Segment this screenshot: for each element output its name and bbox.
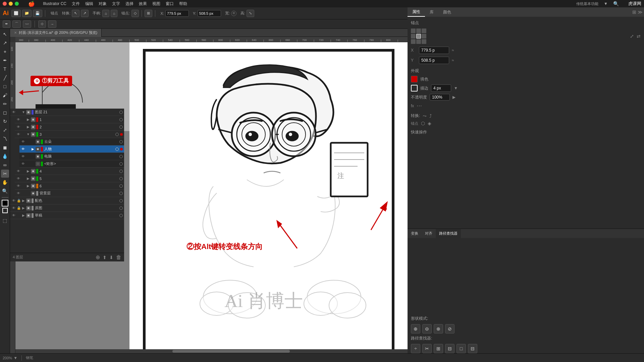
delete-layer-btn[interactable]: 🗑 xyxy=(116,254,121,260)
anchor-grid[interactable] xyxy=(411,28,426,44)
pf-minus-front[interactable]: ⊖ xyxy=(422,324,432,334)
pf-divide[interactable]: ÷ xyxy=(411,344,420,353)
stroke-color-swatch[interactable] xyxy=(411,85,418,92)
sec-btn2[interactable]: ⊹ xyxy=(38,20,46,28)
menu-window[interactable]: 窗口 xyxy=(166,1,174,7)
layer-row-color[interactable]: 👁 🔒 ▶ ▣ 配色 xyxy=(10,197,124,204)
fx-more-btn[interactable]: ⋯ xyxy=(417,103,422,109)
layer-row-original[interactable]: 👁 🔒 ▶ ▣ 原图 xyxy=(10,204,124,212)
layer-circle-cloud[interactable] xyxy=(119,140,123,143)
scale-tool[interactable]: ⤢ xyxy=(1,126,9,134)
pf-intersect[interactable]: ⊗ xyxy=(434,324,443,334)
apple-menu[interactable]: 🍎 xyxy=(28,1,35,7)
prop-tab-library[interactable]: 库 xyxy=(425,8,438,16)
tab-close[interactable]: ✕ xyxy=(14,31,17,35)
layer-circle-original[interactable] xyxy=(119,206,123,210)
layer-vis-cloud[interactable]: 👁 xyxy=(21,139,25,144)
layer-expand-1[interactable]: ▶ xyxy=(26,118,30,121)
select-tool[interactable]: ↖ xyxy=(1,30,9,38)
align-tab[interactable]: 对齐 xyxy=(422,229,436,238)
layer-vis-3[interactable]: 👁 xyxy=(16,132,21,137)
layer-row-rect[interactable]: 👁 □ <矩形> xyxy=(19,160,124,168)
new-btn[interactable]: ⬜ xyxy=(11,10,21,17)
layer-expand-original[interactable]: ▶ xyxy=(21,206,25,210)
layer-circle-person[interactable] xyxy=(115,147,119,151)
layer-row-1[interactable]: 👁 ▶ ▣ 1 xyxy=(15,116,124,123)
layer-circle-4[interactable] xyxy=(119,170,123,173)
layer-circle-5[interactable] xyxy=(119,177,123,180)
layer-vis-5[interactable]: 👁 xyxy=(16,176,21,181)
layer-row-bg[interactable]: 👁 ▣ 背景层 xyxy=(15,190,124,197)
transform-warp-icon[interactable]: ⤳ xyxy=(423,113,427,119)
layer-vis-sketch[interactable]: 👁 xyxy=(11,213,16,218)
layer-expand-3[interactable]: ▼ xyxy=(26,132,30,136)
artboard-tool[interactable]: ⬚ xyxy=(1,217,9,225)
move-layer-down-btn[interactable]: ⬇ xyxy=(109,255,113,260)
layer-expand-21[interactable]: ▼ xyxy=(21,110,25,114)
x-input[interactable] xyxy=(165,10,189,17)
resize-btn[interactable]: ⤡ xyxy=(247,10,254,17)
layer-circle-pc[interactable] xyxy=(119,155,123,158)
layer-circle-3[interactable] xyxy=(115,133,119,136)
transform-distort-icon[interactable]: ⤴ xyxy=(429,113,432,119)
layer-row-cloud[interactable]: 👁 ▣ 云朵 xyxy=(19,138,124,145)
layer-row-21[interactable]: 👁 ▼ ▣ 图层 21 xyxy=(10,109,124,116)
pencil-tool[interactable]: ✏ xyxy=(1,100,9,108)
layer-circle-bg[interactable] xyxy=(119,192,123,195)
layer-circle-rect[interactable] xyxy=(119,162,123,166)
layer-expand-6[interactable]: ▶ xyxy=(26,184,30,188)
layer-row-6[interactable]: 👁 ▶ ▣ 6 xyxy=(15,182,124,190)
pf-unite[interactable]: ⊕ xyxy=(411,324,420,334)
layer-vis-2[interactable]: 👁 xyxy=(16,125,21,129)
menu-object[interactable]: 对象 xyxy=(99,1,107,7)
layer-expand-sketch[interactable]: ▶ xyxy=(21,214,25,217)
transform-tab[interactable]: 变换 xyxy=(408,229,422,238)
scissors-tool[interactable]: ✂ xyxy=(1,170,9,178)
layer-expand-2[interactable]: ▶ xyxy=(26,125,30,129)
layer-vis-person[interactable]: 👁 xyxy=(21,147,25,152)
hand-btn1[interactable]: ⌂ xyxy=(102,10,109,17)
anchor-convert-icon[interactable]: ⬡ xyxy=(421,121,425,126)
opacity-input[interactable] xyxy=(430,94,450,101)
layer-circle-sketch[interactable] xyxy=(119,214,123,217)
layer-vis-pc[interactable]: 👁 xyxy=(21,154,25,159)
watermark-dropdown[interactable]: ▼ xyxy=(604,1,608,6)
menu-text[interactable]: 文字 xyxy=(112,1,120,7)
pf-trim[interactable]: ✂ xyxy=(422,344,432,353)
pf-minus-back[interactable]: ⊟ xyxy=(468,344,477,353)
layer-circle-6[interactable] xyxy=(119,184,123,188)
eraser-tool[interactable]: ◻ xyxy=(1,109,9,117)
open-btn[interactable]: 📁 xyxy=(22,10,32,17)
layer-circle-21[interactable] xyxy=(119,111,123,114)
panel-icon-2[interactable]: ≫ xyxy=(638,9,643,15)
layer-circle-color[interactable] xyxy=(119,199,123,202)
menu-effect[interactable]: 效果 xyxy=(139,1,147,7)
layer-vis-bg[interactable]: 👁 xyxy=(16,191,21,196)
stroke-chevron[interactable]: ▼ xyxy=(454,86,458,90)
transform-flip-icon[interactable]: ⇄ xyxy=(637,34,641,39)
layer-row-2[interactable]: 👁 ▶ ▣ 2 xyxy=(15,123,124,131)
layer-row-3[interactable]: 👁 ▼ ▣ 3 xyxy=(15,131,124,138)
layer-expand-color[interactable]: ▶ xyxy=(21,199,25,202)
gradient-tool[interactable]: ◼ xyxy=(1,143,9,152)
rect-tool[interactable]: □ xyxy=(1,82,9,90)
layer-row-sketch[interactable]: 👁 ▶ ▣ 草稿 xyxy=(10,212,124,219)
pf-exclude[interactable]: ⊘ xyxy=(445,324,454,334)
paintbrush-tool[interactable]: 🖌 xyxy=(1,91,9,99)
pf-outline[interactable]: □ xyxy=(457,344,466,353)
y-input[interactable] xyxy=(198,10,221,17)
pf-merge[interactable]: ⊞ xyxy=(434,344,443,353)
prop-tab-color[interactable]: 颜色 xyxy=(438,8,456,16)
add-layer-btn[interactable]: ⊕ xyxy=(96,254,100,260)
x-value-input[interactable] xyxy=(419,47,449,54)
rotate-tool[interactable]: ↻ xyxy=(1,117,9,125)
menu-file[interactable]: 文件 xyxy=(72,1,80,7)
layer-vis-21[interactable]: 👁 xyxy=(11,110,16,115)
main-tab[interactable]: ✕ 封面-演示源文件1.ai* @ 200% (RGB/GPU 预览) xyxy=(10,29,102,37)
menu-select[interactable]: 选择 xyxy=(125,1,133,7)
warp-tool[interactable]: 〽 xyxy=(1,135,9,143)
zoom-dropdown[interactable]: ▼ xyxy=(13,356,17,360)
menu-view[interactable]: 视图 xyxy=(152,1,160,7)
stroke-color[interactable] xyxy=(2,208,8,213)
prop-tab-properties[interactable]: 属性 xyxy=(408,8,425,17)
